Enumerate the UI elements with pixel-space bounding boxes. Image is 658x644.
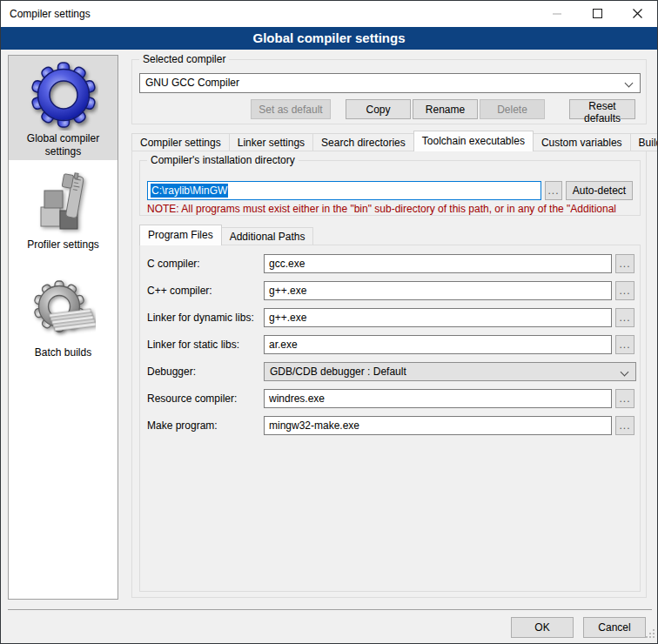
installation-directory-input[interactable]: C:\raylib\MinGW [147,181,541,200]
close-icon [633,8,642,21]
resource-compiler-browse-button[interactable]: ... [615,389,634,408]
make-program-browse-button[interactable]: ... [615,416,634,435]
debugger-label: Debugger: [147,362,196,381]
paths-tabstrip: Program Files Additional Paths [139,225,312,245]
dynamic-linker-browse-button[interactable]: ... [615,308,634,327]
sidebar-item-profiler-settings[interactable]: Profiler settings [9,169,118,265]
static-linker-label: Linker for static libs: [147,335,239,354]
sidebar-item-label: Global compiler settings [9,132,118,158]
minimize-button[interactable] [537,1,577,27]
sidebar-item-label: Profiler settings [9,238,118,252]
sidebar-item-batch-builds[interactable]: Batch builds [9,275,118,371]
minimize-icon [553,8,561,21]
batch-builds-icon [31,278,96,345]
debugger-select[interactable]: GDB/CDB debugger : Default [264,362,636,381]
field-row-static-linker: Linker for static libs: ... [140,335,640,354]
installation-directory-group: Compiler's installation directory C:\ray… [139,160,641,216]
chevron-down-icon [625,79,634,88]
resize-grip[interactable] [646,628,655,641]
cpp-compiler-browse-button[interactable]: ... [615,281,634,300]
resource-compiler-input[interactable] [264,389,612,408]
selected-compiler-select[interactable]: GNU GCC Compiler [139,73,641,93]
delete-button[interactable]: Delete [480,99,545,119]
resource-compiler-label: Resource compiler: [147,389,237,408]
settings-tabstrip: Compiler settings Linker settings Search… [131,131,658,151]
selected-compiler-value: GNU GCC Compiler [145,77,239,89]
tab-compiler-settings[interactable]: Compiler settings [131,133,230,151]
titlebar[interactable]: Compiler settings [1,1,657,27]
rename-button[interactable]: Rename [413,99,478,119]
reset-defaults-button[interactable]: Reset defaults [569,99,635,119]
field-row-cpp-compiler: C++ compiler: ... [140,281,640,300]
page-title: Global compiler settings [1,27,657,50]
tab-custom-variables[interactable]: Custom variables [533,133,631,151]
caption-buttons [537,1,657,27]
field-row-c-compiler: C compiler: ... [140,254,640,273]
field-row-make-program: Make program: ... [140,416,640,435]
cpp-compiler-label: C++ compiler: [147,281,212,300]
ok-button[interactable]: OK [511,617,574,638]
tab-build-options[interactable]: Build [630,133,658,151]
maximize-icon [593,8,602,21]
footer-divider [8,609,652,610]
subtab-additional-paths[interactable]: Additional Paths [221,227,314,245]
make-program-label: Make program: [147,416,218,435]
c-compiler-input[interactable] [264,254,612,273]
sidebar-item-label: Batch builds [9,346,118,359]
compiler-settings-dialog: Compiler settings Global compiler settin… [0,0,658,644]
tab-search-directories[interactable]: Search directories [312,133,414,151]
installation-directory-legend: Compiler's installation directory [147,154,299,167]
selected-compiler-group: Selected compiler GNU GCC Compiler Set a… [131,59,647,124]
installation-directory-browse-button[interactable]: ... [545,181,562,200]
auto-detect-button[interactable]: Auto-detect [566,181,633,200]
dynamic-linker-input[interactable] [264,308,612,327]
debugger-value: GDB/CDB debugger : Default [270,366,406,378]
chevron-down-icon [621,368,629,377]
tab-linker-settings[interactable]: Linker settings [229,133,313,151]
toolchain-executables-page: Compiler's installation directory C:\ray… [131,151,647,598]
static-linker-input[interactable] [264,335,612,354]
copy-button[interactable]: Copy [346,99,411,119]
dynamic-linker-label: Linker for dynamic libs: [147,308,254,327]
c-compiler-label: C compiler: [147,254,200,273]
field-row-dynamic-linker: Linker for dynamic libs: ... [140,308,640,327]
program-files-page: C compiler: ... C++ compiler: ... Linker… [139,245,641,592]
make-program-input[interactable] [264,416,612,435]
c-compiler-browse-button[interactable]: ... [615,254,634,273]
field-row-debugger: Debugger: GDB/CDB debugger : Default [140,362,640,381]
close-button[interactable] [617,1,657,27]
settings-category-list: Global compiler settings [8,55,118,600]
tab-toolchain-executables[interactable]: Toolchain executables [413,131,534,151]
bin-subdirectory-note: NOTE: All programs must exist either in … [147,203,638,215]
static-linker-browse-button[interactable]: ... [615,335,634,354]
cancel-button[interactable]: Cancel [583,617,646,638]
maximize-button[interactable] [577,1,617,27]
cpp-compiler-input[interactable] [264,281,612,300]
installation-directory-value: C:\raylib\MinGW [151,184,228,198]
global-compiler-settings-gear-icon [29,59,98,131]
sidebar-item-global-compiler-settings[interactable]: Global compiler settings [9,56,118,160]
field-row-resource-compiler: Resource compiler: ... [140,389,640,408]
profiler-settings-icon [32,172,95,237]
set-as-default-button[interactable]: Set as default [251,99,331,119]
subtab-program-files[interactable]: Program Files [139,225,222,245]
window-title: Compiler settings [10,1,91,27]
selected-compiler-legend: Selected compiler [139,53,229,66]
